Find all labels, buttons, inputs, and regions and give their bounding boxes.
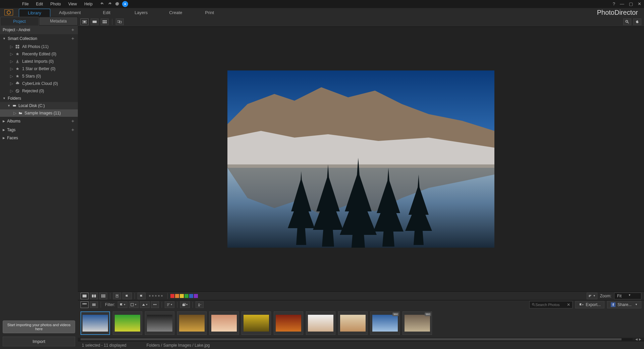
- section-folders[interactable]: ▼Folders: [0, 95, 78, 102]
- sidebar: Project Metadata Project - Andrei ＋ ▼Sma…: [0, 17, 78, 349]
- thumbnail[interactable]: [80, 311, 110, 335]
- import-button[interactable]: Import: [3, 337, 75, 346]
- minimize-icon[interactable]: —: [620, 1, 624, 6]
- tree-item-sample-images[interactable]: ▷ Sample Images (11): [0, 109, 78, 117]
- thumbnail[interactable]: [177, 311, 207, 335]
- tab-adjustment[interactable]: Adjustment: [50, 8, 90, 17]
- filmstrip[interactable]: 360360: [78, 309, 644, 338]
- tab-create[interactable]: Create: [158, 8, 193, 17]
- scroll-right-icon[interactable]: ▶: [639, 338, 641, 341]
- thumb-view-icon[interactable]: [80, 301, 89, 308]
- settings-icon[interactable]: [115, 1, 119, 7]
- menu-view[interactable]: View: [65, 1, 80, 7]
- tree-item-1star[interactable]: ▷1 Star or Better (0): [0, 65, 78, 72]
- scroll-left-icon[interactable]: ◀: [635, 338, 638, 341]
- tab-edit[interactable]: Edit: [90, 8, 124, 17]
- tree-item-5stars[interactable]: ▷5 Stars (0): [0, 72, 78, 80]
- layout-single-icon[interactable]: [80, 293, 89, 299]
- svg-rect-4: [16, 47, 17, 49]
- tree-item-recently-edited[interactable]: ▷Recently Edited (0): [0, 50, 78, 58]
- layout-multi-icon[interactable]: [99, 293, 107, 299]
- image-viewer[interactable]: [78, 27, 644, 291]
- filter-rating-icon[interactable]: ▼: [140, 301, 150, 308]
- tags-add-icon[interactable]: ＋: [70, 127, 75, 133]
- color-swatch[interactable]: [194, 294, 198, 298]
- panel-tab-project[interactable]: Project: [0, 17, 39, 26]
- search-field[interactable]: [535, 303, 566, 307]
- tree-item-disk[interactable]: ▼ Local Disk (C:): [0, 102, 78, 109]
- svg-rect-44: [131, 303, 133, 306]
- layout-split-icon[interactable]: [90, 293, 98, 299]
- thumbnail[interactable]: 360: [370, 311, 400, 335]
- search-input[interactable]: ✕: [529, 301, 573, 308]
- section-tags[interactable]: ▶Tags ＋: [0, 126, 78, 134]
- section-albums[interactable]: ▶Albums ＋: [0, 117, 78, 126]
- svg-rect-38: [83, 303, 84, 304]
- tab-print[interactable]: Print: [193, 8, 226, 17]
- color-labels[interactable]: [170, 294, 198, 298]
- stack-icon[interactable]: ▼: [180, 301, 190, 308]
- view-secondary-icon[interactable]: [116, 18, 124, 25]
- notification-icon[interactable]: [122, 1, 128, 7]
- thumbnail[interactable]: [113, 311, 142, 335]
- svg-rect-40: [86, 303, 87, 304]
- thumbnail[interactable]: [274, 311, 303, 335]
- section-smart-collection[interactable]: ▼Smart Collection ＋: [0, 34, 78, 43]
- thumbnail[interactable]: 360: [402, 311, 432, 335]
- help-icon[interactable]: ?: [613, 1, 615, 6]
- tree-item-rejected[interactable]: ▷Rejected (0): [0, 87, 78, 95]
- thumbnail[interactable]: [145, 311, 174, 335]
- rating-dots[interactable]: [149, 295, 163, 297]
- tree-item-cloud[interactable]: ▷CyberLink Cloud (0): [0, 80, 78, 87]
- albums-add-icon[interactable]: ＋: [70, 118, 75, 124]
- section-faces[interactable]: ▶Faces: [0, 134, 78, 142]
- svg-rect-27: [101, 294, 102, 295]
- color-swatch[interactable]: [170, 294, 174, 298]
- view-compare-icon[interactable]: [91, 18, 99, 25]
- smart-collection-add-icon[interactable]: ＋: [70, 36, 75, 42]
- export-button[interactable]: Export...: [575, 301, 604, 308]
- sort-icon[interactable]: ▼: [587, 293, 597, 299]
- undo-icon[interactable]: [100, 1, 105, 7]
- flag-icon[interactable]: [122, 293, 132, 299]
- face-tag-icon[interactable]: [113, 293, 121, 299]
- color-swatch[interactable]: [180, 294, 184, 298]
- share-button[interactable]: f Share... ▼: [607, 301, 641, 308]
- maximize-icon[interactable]: ▢: [629, 1, 633, 6]
- flag-pick-icon[interactable]: [138, 293, 146, 299]
- thumbnail[interactable]: [209, 311, 239, 335]
- search-clear-icon[interactable]: ✕: [567, 302, 570, 307]
- color-swatch[interactable]: [184, 294, 189, 298]
- tree-item-latest-imports[interactable]: ▷Latest Imports (0): [0, 58, 78, 65]
- person-add-icon[interactable]: +: [196, 301, 204, 308]
- zoom-select[interactable]: Fit▼: [614, 293, 641, 299]
- tree-item-all-photos[interactable]: ▷All Photos (11): [0, 43, 78, 50]
- menu-file[interactable]: File: [19, 1, 32, 7]
- view-single-icon[interactable]: [80, 18, 89, 25]
- pan-tool-icon[interactable]: [633, 18, 641, 25]
- color-swatch[interactable]: [175, 294, 179, 298]
- tab-layers[interactable]: Layers: [124, 8, 158, 17]
- folders-label: Folders: [8, 96, 21, 101]
- color-swatch[interactable]: [189, 294, 193, 298]
- sort-order-icon[interactable]: ▼: [165, 301, 174, 308]
- filter-more-icon[interactable]: •••: [151, 301, 159, 308]
- filmstrip-scrollbar[interactable]: ◀▶: [78, 338, 644, 341]
- list-view-icon[interactable]: [90, 301, 98, 308]
- svg-rect-8: [13, 105, 16, 107]
- thumbnail[interactable]: [241, 311, 271, 335]
- thumbnail[interactable]: [306, 311, 335, 335]
- thumbnail[interactable]: [338, 311, 368, 335]
- menu-photo[interactable]: Photo: [47, 1, 64, 7]
- panel-tab-metadata[interactable]: Metadata: [39, 17, 78, 26]
- view-grid-icon[interactable]: [101, 18, 109, 25]
- redo-icon[interactable]: [107, 1, 112, 7]
- close-icon[interactable]: ✕: [638, 1, 641, 6]
- tab-library[interactable]: Library: [19, 9, 50, 17]
- menu-edit[interactable]: Edit: [33, 1, 46, 7]
- filter-label-icon[interactable]: ▼: [129, 301, 139, 308]
- filter-flag-icon[interactable]: ▼: [118, 301, 127, 308]
- zoom-tool-icon[interactable]: [623, 18, 631, 25]
- project-add-icon[interactable]: ＋: [70, 27, 75, 33]
- menu-help[interactable]: Help: [81, 1, 96, 7]
